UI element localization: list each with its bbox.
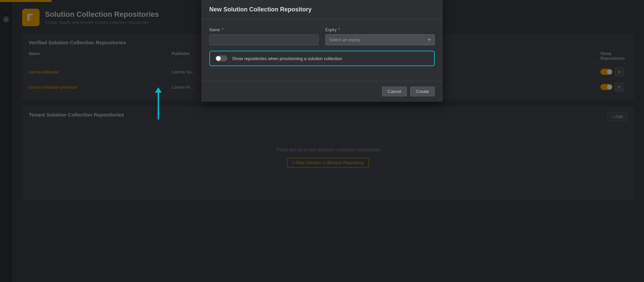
modal-body: Name * Expiry * Select an expiry <box>201 19 443 81</box>
expiry-required: * <box>337 28 340 32</box>
name-label: Name * <box>209 28 319 32</box>
show-repos-toggle[interactable] <box>215 55 227 61</box>
modal-title: New Solution Collection Repository <box>209 6 435 13</box>
show-repos-toggle-slider <box>215 55 227 61</box>
modal-header: New Solution Collection Repository <box>201 0 443 19</box>
name-required: * <box>221 28 223 32</box>
expiry-label: Expiry * <box>325 28 435 32</box>
form-row: Name * Expiry * Select an expiry <box>209 28 435 45</box>
name-input[interactable] <box>209 34 319 45</box>
show-repos-toggle-label: Show repositories when provisioning a so… <box>232 56 342 61</box>
create-button[interactable]: Create <box>410 87 435 96</box>
cancel-button[interactable]: Cancel <box>382 87 407 96</box>
expiry-field-group: Expiry * Select an expiry <box>325 28 435 45</box>
expiry-select[interactable]: Select an expiry <box>325 34 435 45</box>
modal: New Solution Collection Repository Name … <box>201 0 443 102</box>
modal-footer: Cancel Create <box>201 81 443 102</box>
show-repos-toggle-knob <box>216 56 221 61</box>
name-field-group: Name * <box>209 28 319 45</box>
modal-overlay: New Solution Collection Repository Name … <box>0 0 644 282</box>
show-repos-toggle-row: Show repositories when provisioning a so… <box>209 51 435 66</box>
